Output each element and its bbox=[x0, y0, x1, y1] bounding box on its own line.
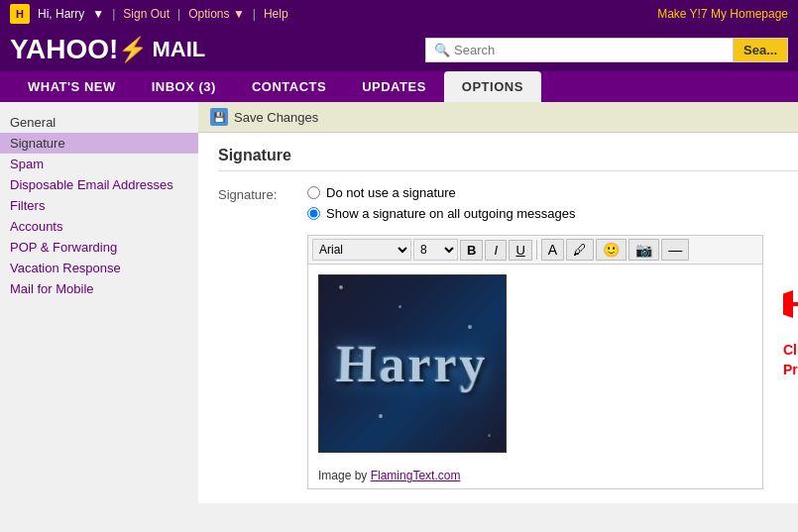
editor-container: Arial 8 B I U A 🖊 🙂 📷 bbox=[307, 235, 763, 489]
sidebar-item-accounts[interactable]: Accounts bbox=[0, 216, 198, 237]
header: YAHOO! ⚡ MAIL 🔍 Sea... bbox=[0, 28, 798, 71]
logo: YAHOO! ⚡ MAIL bbox=[10, 34, 205, 65]
radio-no-signature[interactable]: Do not use a signature bbox=[307, 185, 576, 200]
sidebar-item-vacation[interactable]: Vacation Response bbox=[0, 258, 198, 278]
divider: | bbox=[112, 7, 115, 21]
nav-tabs: WHAT'S NEW INBOX (3) CONTACTS UPDATES OP… bbox=[0, 71, 798, 102]
top-bar: H Hi, Harry ▼ | Sign Out | Options ▼ | H… bbox=[0, 0, 798, 28]
harry-image: Harry bbox=[318, 274, 507, 453]
make-homepage-link[interactable]: Make Y!7 My Homepage bbox=[657, 7, 788, 21]
sidebar-item-filters[interactable]: Filters bbox=[0, 195, 198, 216]
tab-options[interactable]: OPTIONS bbox=[444, 71, 541, 102]
text-color-button[interactable]: A bbox=[541, 239, 564, 261]
signature-title: Signature bbox=[218, 147, 798, 171]
sidebar-item-signature[interactable]: Signature bbox=[0, 133, 198, 154]
hr-button[interactable]: — bbox=[661, 239, 689, 261]
top-bar-right: Make Y!7 My Homepage bbox=[657, 7, 788, 21]
red-arrow-svg bbox=[783, 274, 798, 334]
sidebar-item-disposable[interactable]: Disposable Email Addresses bbox=[0, 174, 198, 195]
top-bar-left: H Hi, Harry ▼ | Sign Out | Options ▼ | H… bbox=[10, 4, 288, 24]
search-icon: 🔍 bbox=[434, 43, 450, 57]
save-changes-button[interactable]: Save Changes bbox=[234, 110, 318, 125]
sidebar-item-pop[interactable]: POP & Forwarding bbox=[0, 237, 198, 258]
radio-no-sig-input[interactable] bbox=[307, 186, 320, 199]
divider2: | bbox=[177, 7, 180, 21]
italic-button[interactable]: I bbox=[485, 240, 507, 261]
logo-mail: MAIL bbox=[152, 37, 205, 62]
sidebar: General Signature Spam Disposable Email … bbox=[0, 102, 198, 518]
size-select[interactable]: 8 bbox=[413, 239, 458, 261]
options-link[interactable]: Options ▼ bbox=[188, 7, 245, 21]
bold-button[interactable]: B bbox=[460, 240, 483, 261]
signature-radio-group: Do not use a signature Show a signature … bbox=[307, 185, 576, 221]
annotation-line1: Click here bbox=[783, 342, 798, 358]
search-button[interactable]: Sea... bbox=[733, 38, 788, 62]
editor-footer: Image by FlamingText.com bbox=[308, 463, 762, 488]
underline-button[interactable]: U bbox=[509, 240, 531, 261]
flaming-text-link[interactable]: FlamingText.com bbox=[371, 469, 461, 482]
logo-lightning: ⚡ bbox=[118, 36, 148, 63]
radio-no-sig-label: Do not use a signature bbox=[326, 185, 456, 200]
search-input[interactable] bbox=[454, 43, 725, 57]
tab-updates[interactable]: UPDATES bbox=[344, 71, 444, 102]
font-select[interactable]: Arial bbox=[312, 239, 411, 261]
radio-show-sig-label: Show a signature on all outgoing message… bbox=[326, 206, 576, 221]
main-layout: General Signature Spam Disposable Email … bbox=[0, 102, 798, 518]
emoji-button[interactable]: 🙂 bbox=[596, 239, 627, 261]
logo-yahoo: YAHOO! bbox=[10, 34, 118, 65]
divider3: | bbox=[253, 7, 256, 21]
radio-show-signature[interactable]: Show a signature on all outgoing message… bbox=[307, 206, 576, 221]
harry-text: Harry bbox=[335, 335, 490, 393]
annotation-text: Click here Press Ctrl-V bbox=[783, 341, 798, 379]
arrow-annotation: Click here Press Ctrl-V bbox=[783, 274, 798, 379]
greeting-dropdown-icon[interactable]: ▼ bbox=[92, 7, 104, 21]
tab-contacts[interactable]: CONTACTS bbox=[234, 71, 344, 102]
annotation-line2: Press Ctrl-V bbox=[783, 362, 798, 377]
sign-out-link[interactable]: Sign Out bbox=[123, 7, 170, 21]
signature-options: Signature: Do not use a signature Show a… bbox=[218, 185, 798, 221]
signature-label: Signature: bbox=[218, 185, 297, 202]
tab-inbox[interactable]: INBOX (3) bbox=[134, 71, 234, 102]
signature-section: Signature Signature: Do not use a signat… bbox=[198, 133, 798, 503]
user-icon: H bbox=[10, 4, 30, 24]
toolbar-separator bbox=[536, 240, 537, 260]
greeting-text: Hi, Harry bbox=[38, 7, 84, 21]
image-button[interactable]: 📷 bbox=[628, 239, 659, 261]
sidebar-item-general[interactable]: General bbox=[0, 112, 198, 133]
editor-area[interactable]: Harry Image by FlamingText.com bbox=[307, 264, 763, 489]
save-bar: 💾 Save Changes bbox=[198, 102, 798, 133]
search-input-wrap: 🔍 bbox=[425, 38, 733, 62]
save-icon: 💾 bbox=[210, 108, 228, 126]
search-bar: 🔍 Sea... bbox=[425, 38, 788, 62]
sidebar-item-mobile[interactable]: Mail for Mobile bbox=[0, 278, 198, 299]
footer-text: Image by bbox=[318, 469, 371, 482]
sidebar-item-spam[interactable]: Spam bbox=[0, 154, 198, 174]
radio-show-sig-input[interactable] bbox=[307, 207, 320, 220]
help-link[interactable]: Help bbox=[264, 7, 288, 21]
options-dropdown-icon: ▼ bbox=[233, 7, 245, 21]
tab-whats-new[interactable]: WHAT'S NEW bbox=[10, 71, 134, 102]
editor-toolbar: Arial 8 B I U A 🖊 🙂 📷 bbox=[307, 235, 763, 264]
link-button[interactable]: 🖊 bbox=[566, 239, 594, 261]
content-area: 💾 Save Changes Signature Signature: Do n… bbox=[198, 102, 798, 518]
